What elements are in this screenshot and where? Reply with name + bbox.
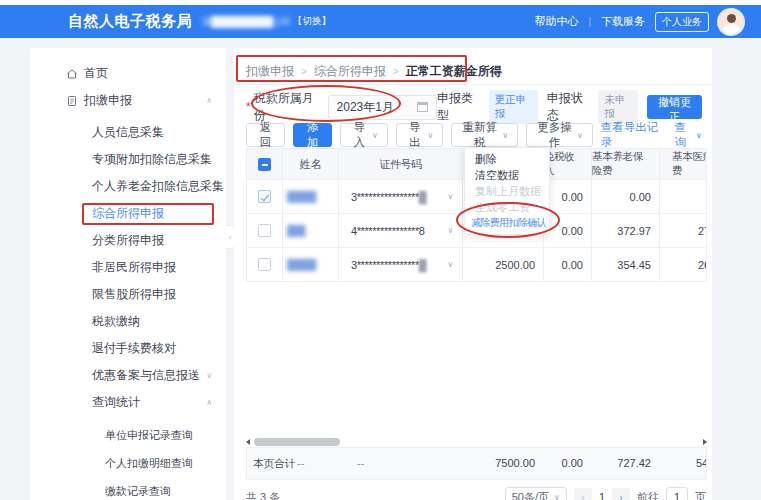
totals-pension: 727.42 (591, 448, 659, 479)
export-label: 导出 (406, 120, 424, 150)
per-page-select[interactable]: 50条/页 ∨ (505, 487, 567, 500)
sidebar-item-classified-income[interactable]: 分类所得申报 (30, 227, 226, 254)
breadcrumb-comprehensive-income[interactable]: 综合所得申报 (314, 63, 386, 80)
nav-divider: | (588, 16, 591, 27)
id-cell: 4****************8 ∨ (339, 214, 463, 247)
name-cell: █████ (283, 248, 339, 281)
sidebar-item-personal-withholding-query[interactable]: 个人扣缴明细查询 (30, 449, 226, 477)
scroll-right-arrow-icon[interactable] (703, 439, 707, 445)
calendar-icon (417, 102, 428, 112)
sidebar-item-restricted-stock-income[interactable]: 限售股所得申报 (30, 281, 226, 308)
home-icon (66, 68, 78, 80)
goto-page-input[interactable] (666, 487, 688, 500)
breadcrumb-separator-icon: > (301, 66, 307, 77)
declaration-status-group: 申报类型 更正申报 申报状态 未申报 撤销更正 (437, 90, 702, 124)
sidebar-item-comprehensive-income[interactable]: 综合所得申报 (30, 200, 226, 227)
menu-item-deduction-confirm[interactable]: 减除费用扣除确认 (465, 215, 549, 231)
total-records-text: 共 3 条 (246, 490, 280, 500)
tax-free-cell: 0.00 (544, 248, 592, 281)
row-checkbox[interactable] (258, 258, 271, 271)
query-link[interactable]: 查询 ∨ (675, 120, 702, 150)
avatar-head-icon (727, 14, 736, 23)
scroll-left-arrow-icon[interactable] (246, 439, 250, 445)
menu-item-delete[interactable]: 删除 (465, 151, 549, 167)
scrollbar-thumb[interactable] (254, 438, 340, 446)
sidebar-item-preferential-filing[interactable]: 优惠备案与信息报送 ∨ (30, 362, 226, 389)
declaration-type-badge[interactable]: 更正申报 (489, 90, 538, 124)
pagination-controls: 50条/页 ∨ ‹ 1 › 前往 页 (505, 487, 706, 500)
row-expand-chevron-icon[interactable]: ∨ (448, 260, 453, 269)
medical-cell: 27 (660, 214, 707, 247)
back-button[interactable]: 返回 (246, 123, 285, 147)
row-checkbox[interactable] (258, 224, 271, 237)
sidebar-item-special-deduction-info[interactable]: 专项附加扣除信息采集 (30, 146, 226, 173)
tax-month-picker[interactable]: 2023年1月 (328, 95, 438, 120)
row-select-cell (247, 180, 283, 213)
sidebar-item-query-statistics[interactable]: 查询统计 ∧ (30, 389, 226, 416)
redacted-name: █████ (287, 191, 315, 202)
export-button[interactable]: 导出 ∨ (396, 123, 443, 147)
sidebar-item-refund-fee-check[interactable]: 退付手续费核对 (30, 335, 226, 362)
add-button[interactable]: 添加 (293, 123, 332, 147)
sidebar-item-label: 首页 (84, 65, 108, 82)
goto-page-label: 前往 (637, 490, 659, 500)
row-checkbox-checked[interactable] (258, 190, 271, 203)
name-cell: █████ (283, 180, 339, 213)
row-expand-chevron-icon[interactable]: ∨ (448, 192, 453, 201)
more-operations-button[interactable]: 更多操作 ∨ (526, 123, 593, 147)
import-label: 导入 (350, 120, 368, 150)
revoke-correction-button[interactable]: 撤销更正 (647, 95, 702, 119)
declaration-status-badge: 未申报 (598, 90, 638, 124)
breadcrumb-withholding[interactable]: 扣缴申报 (246, 63, 294, 80)
personal-business-button[interactable]: 个人业务 (655, 12, 709, 32)
sidebar-item-personal-pension-info[interactable]: 个人养老金扣除信息采集 (30, 173, 226, 200)
help-center-link[interactable]: 帮助中心 (534, 14, 578, 29)
sidebar-item-withholding-declaration[interactable]: 扣缴申报 ∧ (30, 87, 226, 114)
current-page-number: 1 (599, 491, 605, 500)
chevron-down-icon: ∨ (696, 131, 702, 140)
filter-row: * 税款所属月份 2023年1月 申报类型 更正申报 申报状态 未申报 撤销更正 (246, 92, 702, 122)
sidebar-item-home[interactable]: 首页 (30, 60, 226, 87)
user-avatar[interactable] (719, 10, 743, 34)
horizontal-scrollbar (246, 437, 707, 447)
income-cell: 2500.00 (463, 248, 544, 281)
chevron-down-icon: ∨ (372, 131, 378, 140)
page-unit-label: 页 (695, 490, 706, 500)
pagination: 共 3 条 50条/页 ∨ ‹ 1 › 前往 页 (246, 486, 706, 500)
sidebar-item-label: 专项附加扣除信息采集 (92, 151, 212, 168)
download-service-link[interactable]: 下载服务 (601, 14, 645, 29)
menu-item-clear-data[interactable]: 清空数据 (465, 167, 549, 183)
column-medical-insurance: 基本医疗保险费 (660, 149, 707, 179)
view-export-records-link[interactable]: 查看导出记录 (601, 120, 659, 150)
header-select-cell (247, 149, 283, 179)
medical-cell: 26 (660, 248, 707, 281)
import-button[interactable]: 导入 ∨ (340, 123, 387, 147)
sidebar: 首页 扣缴申报 ∧ 人员信息采集 专项附加扣除信息采集 个人养老金扣除信息采集 … (30, 48, 226, 500)
sidebar-item-label: 缴款记录查询 (105, 484, 171, 499)
tax-free-cell: 0.00 (544, 180, 592, 213)
sidebar-item-payment-record-query[interactable]: 缴款记录查询 (30, 477, 226, 500)
sidebar-item-label: 税款缴纳 (92, 313, 140, 330)
pension-cell: 372.97 (592, 214, 660, 247)
prev-page-button[interactable]: ‹ (574, 488, 592, 500)
row-expand-chevron-icon[interactable]: ∨ (448, 226, 453, 235)
select-all-checkbox[interactable] (258, 158, 271, 171)
chevron-up-icon: ∧ (206, 96, 212, 105)
next-page-button[interactable]: › (612, 488, 630, 500)
totals-name-dash: -- (297, 448, 304, 479)
sidebar-item-label: 扣缴申报 (84, 92, 132, 109)
recalculate-label: 重新算税 (461, 120, 498, 150)
sidebar-item-unit-declaration-query[interactable]: 单位申报记录查询 (30, 421, 226, 449)
sidebar-item-personnel-info[interactable]: 人员信息采集 (30, 119, 226, 146)
top-bar-right: 帮助中心 | 下载服务 个人业务 (534, 10, 743, 34)
row-select-cell (247, 214, 283, 247)
sidebar-item-nonresident-income[interactable]: 非居民所得申报 (30, 254, 226, 281)
recalculate-tax-button[interactable]: 重新算税 ∨ (451, 123, 518, 147)
sidebar-item-label: 退付手续费核对 (92, 340, 176, 357)
switch-company-link[interactable]: 【切换】 (293, 15, 331, 28)
sidebar-item-tax-payment[interactable]: 税款缴纳 (30, 308, 226, 335)
toolbar: 返回 添加 导入 ∨ 导出 ∨ 重新算税 ∨ 更多操作 ∨ 查看导出记录 查询 (246, 122, 702, 148)
breadcrumb-current-page: 正常工资薪金所得 (406, 63, 502, 80)
id-cell: 3****************█ ∨ (339, 180, 463, 213)
declaration-type-label: 申报类型 (437, 90, 479, 124)
